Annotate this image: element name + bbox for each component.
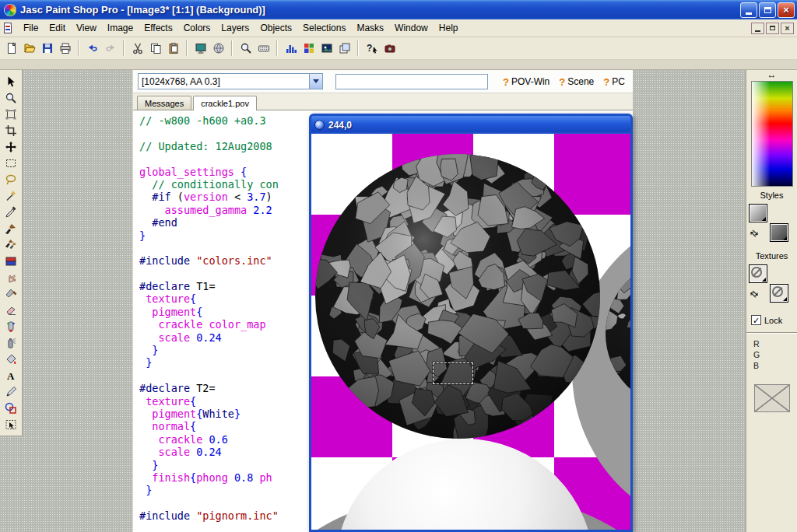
help-button-pov-win[interactable]: ?POV-Win (500, 75, 552, 89)
render-preset-combobox[interactable]: [1024x768, AA 0.3] (138, 73, 323, 89)
paste-button[interactable] (164, 40, 182, 58)
full-screen-preview-button[interactable] (191, 40, 209, 58)
mdi-minimize-button[interactable] (751, 23, 764, 34)
retouch-tool[interactable] (1, 269, 22, 285)
text-tool[interactable]: A (1, 367, 22, 383)
background-texture-swatch[interactable] (770, 284, 788, 303)
menu-selections[interactable]: Selections (297, 19, 351, 36)
copy-button[interactable] (146, 40, 164, 58)
menu-file[interactable]: File (18, 19, 44, 36)
context-help-icon: ? (366, 42, 378, 54)
redo-button[interactable] (101, 40, 119, 58)
swap-textures-icon[interactable]: ⇄ (748, 287, 761, 300)
paint-brush-icon (5, 222, 17, 235)
title-bar[interactable]: Jasc Paint Shop Pro - [Image3* [1:1] (Ba… (0, 0, 797, 19)
airbrush-tool[interactable] (1, 334, 22, 351)
help-button-scene[interactable]: ?Scene (556, 75, 596, 89)
scratch-remover-tool[interactable] (1, 285, 22, 302)
freehand-tool[interactable] (1, 171, 22, 187)
histogram-button[interactable] (282, 40, 300, 58)
copy-icon (149, 42, 162, 54)
color-picker[interactable] (751, 81, 793, 187)
tab-crackle1-pov[interactable]: crackle1.pov (193, 96, 257, 110)
combobox-dropdown-button[interactable] (309, 74, 322, 89)
zoom-tool[interactable] (1, 89, 22, 106)
rgb-row-g: G (753, 350, 797, 361)
undo-icon (86, 42, 99, 54)
render-image[interactable] (311, 134, 630, 530)
crop-icon (5, 124, 17, 137)
object-selector-tool[interactable] (1, 416, 22, 432)
flood-fill-icon (5, 353, 17, 366)
mover-tool[interactable] (1, 138, 22, 155)
question-icon: ? (559, 76, 565, 88)
new-button[interactable] (2, 40, 20, 58)
eraser-tool[interactable] (1, 302, 22, 318)
minimize-button[interactable] (740, 2, 757, 18)
paint-brush-tool[interactable] (1, 220, 22, 236)
rgb-row-b: B (753, 361, 797, 372)
selection-marquee[interactable] (433, 362, 473, 384)
menu-help[interactable]: Help (434, 19, 464, 36)
save-icon (41, 42, 54, 54)
print-button[interactable] (56, 40, 74, 58)
swap-styles-icon[interactable]: ⇄ (748, 226, 761, 240)
browse-button[interactable] (209, 40, 227, 58)
rgb-label: R (753, 339, 761, 350)
selection-tool[interactable] (1, 155, 22, 171)
render-window-titlebar[interactable]: 244,0 (311, 116, 630, 134)
preset-shapes-tool[interactable] (1, 400, 22, 416)
screen-capture-button[interactable] (381, 40, 398, 58)
menu-objects[interactable]: Objects (255, 19, 297, 36)
layer-palette-button[interactable] (335, 40, 353, 58)
render-window[interactable]: 244,0 (309, 114, 633, 532)
undo-button[interactable] (83, 40, 101, 58)
foreground-style-swatch[interactable] (749, 204, 767, 222)
magic-wand-tool[interactable] (1, 187, 22, 204)
color-palette-toggle-button[interactable] (300, 40, 318, 58)
zoom-icon (5, 92, 17, 104)
mdi-close-button[interactable]: × (781, 23, 794, 34)
tool-options-button[interactable] (255, 40, 272, 58)
crop-tool[interactable] (1, 122, 22, 138)
close-button[interactable]: × (778, 2, 795, 18)
mdi-restore-button[interactable] (766, 23, 779, 34)
color-replacer-tool[interactable] (1, 253, 22, 269)
command-line-input[interactable] (335, 74, 488, 89)
image-adjust-button[interactable] (318, 40, 335, 58)
crackle-sphere-main (315, 154, 600, 439)
window-controls: × (739, 2, 795, 18)
menu-view[interactable]: View (71, 19, 102, 36)
draw-tool[interactable] (1, 383, 22, 400)
menu-edit[interactable]: Edit (44, 19, 71, 36)
lock-checkbox[interactable]: ✓ (751, 315, 761, 325)
arrow-tool[interactable] (1, 73, 22, 89)
help-button-pc[interactable]: ?PC (601, 75, 627, 89)
foreground-texture-swatch[interactable] (749, 264, 767, 283)
menu-effects[interactable]: Effects (139, 19, 177, 36)
context-help-button[interactable]: ? (363, 40, 381, 58)
full-screen-preview-icon (195, 42, 207, 54)
picture-tube-tool[interactable] (1, 318, 22, 334)
background-style-swatch[interactable] (770, 223, 788, 242)
restore-button[interactable] (759, 2, 776, 18)
flood-fill-tool[interactable] (1, 351, 22, 367)
save-button[interactable] (38, 40, 56, 58)
null-texture-icon (751, 267, 762, 278)
menu-masks[interactable]: Masks (351, 19, 389, 36)
clone-brush-tool[interactable] (1, 236, 22, 253)
browse-icon (212, 42, 225, 54)
mover-icon (5, 141, 17, 153)
tab-messages[interactable]: Messages (137, 96, 191, 110)
menu-layers[interactable]: Layers (216, 19, 255, 36)
menu-window[interactable]: Window (389, 19, 434, 36)
zoom-button[interactable] (237, 40, 255, 58)
palette-resize-handle[interactable]: ↔ (746, 70, 797, 80)
menu-image[interactable]: Image (102, 19, 139, 36)
deformation-tool[interactable] (1, 106, 22, 122)
menu-colors[interactable]: Colors (178, 19, 216, 36)
dropper-tool[interactable] (1, 204, 22, 220)
rgb-readout: RGB (746, 333, 797, 375)
open-button[interactable] (20, 40, 38, 58)
cut-button[interactable] (128, 40, 146, 58)
